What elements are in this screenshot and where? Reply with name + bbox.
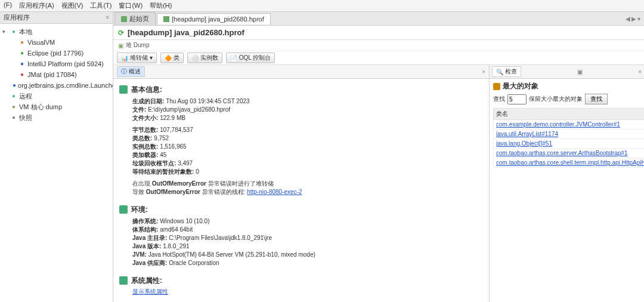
show-sysprops-link[interactable]: 显示系统属性 xyxy=(132,288,168,295)
count-input[interactable] xyxy=(507,94,527,104)
section-icon xyxy=(493,83,500,90)
page-title-text: [heapdump] java_pid2680.hprof xyxy=(128,28,244,37)
inspector-tabs: 🔍 检查 ▣ × xyxy=(490,65,644,79)
info-icon: ⓘ xyxy=(121,67,127,76)
node-icon: ● xyxy=(18,71,26,78)
btn-label: OQL 控制台 xyxy=(239,54,271,62)
tree-node[interactable]: ●VM 核心 dump xyxy=(1,101,112,112)
class-link[interactable]: java.lang.Object[]#51 xyxy=(496,140,552,147)
kv-row: 类总数: 9,752 xyxy=(132,134,483,143)
kv-row: 文件: E:\diydump\java_pid2680.hprof xyxy=(132,106,483,114)
minimize-icon[interactable]: ▣ xyxy=(577,69,583,75)
node-icon: ● xyxy=(18,50,26,57)
kv-row: 字节总数: 107,784,537 xyxy=(132,126,483,134)
class-link[interactable]: com.example.demo.controller.JVMControlle… xyxy=(496,121,620,128)
classes-button[interactable]: 🔶 类 xyxy=(160,53,184,63)
tab-icon xyxy=(163,16,169,22)
tab-startpage[interactable]: 起始页 xyxy=(114,12,156,25)
section-icon xyxy=(119,85,128,94)
oql-console-button[interactable]: 📄 OQL 控制台 xyxy=(226,53,275,63)
close-icon[interactable]: × xyxy=(638,69,642,75)
table-row[interactable]: com.example.demo.controller.JVMControlle… xyxy=(494,120,645,130)
node-icon: ● xyxy=(18,39,26,46)
menu-item[interactable]: 窗口(W) xyxy=(119,1,143,10)
sub-tabs: ⓘ 概述 × xyxy=(113,65,489,79)
close-icon[interactable]: × xyxy=(106,14,109,21)
kv-row: 类加载器: 45 xyxy=(132,151,483,159)
btn-icon: ⚪ xyxy=(191,55,199,61)
section-icon xyxy=(119,276,128,285)
node-label: 本地 xyxy=(19,27,32,36)
right-panel: 起始页 [heapdump] java_pid2680.hprof ◀ ▶ ▾ … xyxy=(113,12,644,302)
overview-content: 基本信息: 生成的日期: Thu Aug 03 19:34:45 CST 202… xyxy=(113,79,489,302)
app-tree: ▾●本地●VisualVM●Eclipse (pid 17796)●Intell… xyxy=(0,24,113,302)
node-icon: ● xyxy=(10,93,17,100)
node-label: IntelliJ Platform (pid 5924) xyxy=(27,59,104,69)
refresh-icon[interactable]: ⟳ xyxy=(118,29,124,37)
node-label: JMat (pid 17084) xyxy=(27,70,77,79)
tab-prev-icon[interactable]: ◀ xyxy=(626,16,630,22)
subheader: ▣ 堆 Dump xyxy=(113,40,644,51)
btn-label: 堆转储 ▾ xyxy=(130,54,153,62)
apps-panel-tab[interactable]: 应用程序 × xyxy=(0,12,113,24)
menu-item[interactable]: 视图(V) xyxy=(61,1,83,10)
btn-label: 类 xyxy=(174,54,179,62)
tab-label: 起始页 xyxy=(129,14,149,23)
instances-button[interactable]: ⚪ 实例数 xyxy=(187,53,222,63)
tree-node[interactable]: ●JMat (pid 17084) xyxy=(1,69,112,80)
find-button[interactable]: 查找 xyxy=(585,94,608,104)
table-row[interactable]: java.util.ArrayList#117478,871,816 xyxy=(494,130,645,139)
node-label: VM 核心 dump xyxy=(19,102,62,112)
table-row[interactable]: java.lang.Object[]#5178,871,784 xyxy=(494,139,645,149)
tree-node[interactable]: ●快照 xyxy=(1,112,112,123)
inspect-tab[interactable]: 🔍 检查 xyxy=(492,66,521,77)
tab-menu-icon[interactable]: ▾ xyxy=(637,16,640,22)
search-row: 查找 保留大小最大的对象 查找 xyxy=(493,94,640,104)
menu-item[interactable]: 工具(T) xyxy=(90,1,112,10)
editor-tabs: 起始页 [heapdump] java_pid2680.hprof ◀ ▶ ▾ xyxy=(113,12,644,26)
apps-panel-label: 应用程序 xyxy=(4,13,30,22)
menu-item[interactable]: (F) xyxy=(4,1,12,10)
class-link[interactable]: com.taobao.arthas.core.shell.term.impl.h… xyxy=(496,159,644,166)
toolbar: 📊 堆转储 ▾ 🔶 类 ⚪ 实例数 📄 OQL 控制台 xyxy=(113,51,644,65)
thread-link[interactable]: http-nio-8080-exec-2 xyxy=(247,189,302,195)
tree-node[interactable]: ▾●本地 xyxy=(1,26,112,37)
heapdump-dropdown[interactable]: 📊 堆转储 ▾ xyxy=(117,53,157,63)
kv-row: JVM: Java HotSpot(TM) 64-Bit Server VM (… xyxy=(132,251,483,259)
tab-heapdump[interactable]: [heapdump] java_pid2680.hprof xyxy=(157,13,271,24)
tab-label: 概述 xyxy=(129,67,141,76)
tree-node[interactable]: ●org.jetbrains.jps.cmdline.Launcher (pid… xyxy=(1,80,112,91)
tree-node[interactable]: ●Eclipse (pid 17796) xyxy=(1,48,112,58)
tab-label: [heapdump] java_pid2680.hprof xyxy=(172,16,264,23)
close-icon[interactable]: × xyxy=(482,69,485,75)
table-row[interactable]: com.taobao.arthas.core.server.ArthasBoot… xyxy=(494,149,645,158)
tab-next-icon[interactable]: ▶ xyxy=(631,16,636,22)
node-label: Eclipse (pid 17796) xyxy=(27,48,83,58)
overview-tab[interactable]: ⓘ 概述 xyxy=(117,66,145,77)
left-panel: 应用程序 × ▾●本地●VisualVM●Eclipse (pid 17796)… xyxy=(0,12,113,302)
env-header: 环境: xyxy=(119,205,483,215)
tree-node[interactable]: ●IntelliJ Platform (pid 5924) xyxy=(1,58,112,69)
kv-row: 文件大小: 122.9 MB xyxy=(132,114,483,122)
col-classname[interactable]: 类名 xyxy=(494,109,645,120)
menu-item[interactable]: 应用程序(A) xyxy=(19,1,54,10)
inspector-panel: 🔍 检查 ▣ × 最大的对象 查找 保留大小最大的对象 查找 xyxy=(489,65,644,302)
class-link[interactable]: java.util.ArrayList#1174 xyxy=(496,131,558,137)
subheader-text: 堆 Dump xyxy=(126,41,149,50)
class-link[interactable]: com.taobao.arthas.core.server.ArthasBoot… xyxy=(496,150,628,156)
tree-node[interactable]: ●VisualVM xyxy=(1,37,112,48)
btn-icon: 📄 xyxy=(230,55,237,61)
node-icon: ● xyxy=(10,103,17,110)
kv-row: Java 版本: 1.8.0_291 xyxy=(132,242,483,251)
section-icon xyxy=(119,205,128,214)
node-label: org.jetbrains.jps.cmdline.Launcher (pid … xyxy=(18,81,113,90)
menu-item[interactable]: 帮助(H) xyxy=(150,1,172,10)
tab-icon xyxy=(121,16,127,22)
menubar: (F) 应用程序(A) 视图(V) 工具(T) 窗口(W) 帮助(H) xyxy=(0,0,644,12)
expander-icon[interactable]: ▾ xyxy=(2,27,8,36)
sysprops-header: 系统属性: xyxy=(119,276,483,286)
kv-row: 等待结束的暂挂对象数: 0 xyxy=(132,168,483,176)
table-row[interactable]: com.taobao.arthas.core.shell.term.impl.h… xyxy=(494,158,645,168)
search-icon: 🔍 xyxy=(496,69,503,75)
tree-node[interactable]: ●远程 xyxy=(1,91,112,101)
